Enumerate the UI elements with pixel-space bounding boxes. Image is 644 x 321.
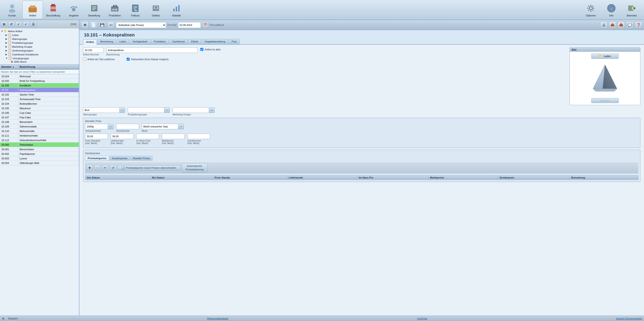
- preis-standard-input[interactable]: [85, 134, 108, 139]
- tree-item-cashassist[interactable]: ▶ 📋 CashAssist Schablonen: [1, 52, 78, 56]
- toolbar-btn-info[interactable]: i Info: [601, 1, 622, 19]
- filter-row[interactable]: Klicken Sie hier um einen Filter zu best…: [0, 69, 79, 74]
- warengruppe-browse-btn[interactable]: ⋯: [120, 107, 125, 113]
- sonder-col-bis-datum[interactable]: Bis Datum: [150, 175, 213, 180]
- checkbox-titel[interactable]: [83, 58, 86, 61]
- marketing-gruppe-browse-btn[interactable]: ⋯: [209, 107, 214, 113]
- mwst-input[interactable]: [142, 124, 178, 129]
- tab-artikel[interactable]: Artikel: [83, 39, 97, 45]
- checkbox-aktiv[interactable]: [200, 48, 203, 51]
- sonder-refresh-btn[interactable]: ↺: [110, 165, 116, 171]
- list-row[interactable]: 10.110 Mohnschnitte: [0, 129, 79, 133]
- bild-loeschen-btn[interactable]: Löschen: [591, 98, 619, 103]
- list-scroll[interactable]: 10.024 Mohnzopf 10.025 Brötli für Fertig…: [0, 74, 79, 316]
- sonder-col-lieferkunde[interactable]: Lieferkunde: [287, 175, 357, 180]
- toolbar-btn-optionen[interactable]: Optionen: [580, 1, 601, 19]
- marktpreise-input[interactable]: [162, 134, 184, 139]
- sonder-add-btn[interactable]: ✚: [86, 165, 93, 171]
- tree-item-umsatzgruppe[interactable]: ▼ 📋 Umsatzgruppe: [1, 56, 78, 60]
- tab-cashassist[interactable]: CashAssist: [169, 39, 188, 44]
- tree-expand-warengruppe[interactable]: ▶: [6, 38, 7, 40]
- left-tb-filter[interactable]: ☰: [30, 21, 36, 27]
- sonder-col-bemerkung[interactable]: Bemerkung: [570, 175, 638, 180]
- list-row[interactable]: 10.103 Schwarzwald Torte: [0, 97, 79, 101]
- tree-expand-sortiment[interactable]: ▶: [6, 49, 7, 52]
- form-btn-copy[interactable]: 📄: [90, 21, 97, 29]
- toolbar-btn-artikel[interactable]: Artikel: [22, 1, 43, 19]
- produktionsgruppe-browse-btn[interactable]: ⋯: [164, 107, 170, 113]
- tree-expand-listen[interactable]: ▶: [6, 34, 7, 36]
- tree-item-produktionsgruppe[interactable]: ▶ 📋 Produktionsgruppe: [1, 41, 78, 45]
- list-row-green-fleischware[interactable]: 20.000 Fleischware: [0, 142, 79, 147]
- sonder-auto-btn[interactable]: AutomatischePreisanpassung: [182, 163, 208, 173]
- list-row[interactable]: 10.105 Macaroon: [0, 106, 79, 111]
- toolbar-btn-beenden[interactable]: Beenden: [622, 1, 642, 19]
- sonder-remove-btn[interactable]: −: [94, 165, 101, 171]
- list-row[interactable]: 10.109 Sahnenroulade: [0, 124, 79, 129]
- tab-post[interactable]: Post: [229, 39, 240, 44]
- tree-item-sortiment[interactable]: ▶ 📋 Sortimentsgruppen: [1, 48, 78, 52]
- col-header-bezeichnung[interactable]: Bezeichnung: [18, 64, 79, 69]
- col-header-nummer[interactable]: Nummer ▲: [0, 64, 18, 69]
- tree-expand-produktionsgruppe[interactable]: ▶: [6, 41, 7, 44]
- form-btn-export[interactable]: 📤: [609, 21, 616, 29]
- link-support[interactable]: Support Screenconnect: [616, 317, 642, 320]
- form-dropdown[interactable]: Artikelliste (alle Preise): [116, 22, 166, 28]
- artikel-nummer-input[interactable]: [83, 47, 104, 53]
- list-row[interactable]: 20.003 Lyoner: [0, 156, 79, 161]
- sonder-tab-reseller[interactable]: Reseller Preise: [130, 156, 152, 160]
- tab-produktion[interactable]: Produktion: [151, 39, 169, 44]
- form-btn-help[interactable]: ❓: [635, 21, 642, 29]
- list-row[interactable]: 20.002 Paprikalyoner: [0, 152, 79, 156]
- tab-verfuegbarkeit[interactable]: Verfügbarkeit: [130, 39, 150, 44]
- sonder-tab-preiskategorien[interactable]: Preiskategorien: [85, 156, 109, 160]
- sonder-col-marktpreise[interactable]: Marktpreise: [428, 175, 498, 180]
- tab-bemerkung[interactable]: Bemerkung: [97, 39, 116, 44]
- toolbar-btn-faktura[interactable]: Faktura: [125, 1, 146, 19]
- tab-listen[interactable]: Listen: [116, 39, 129, 44]
- toolbar-btn-beschaffung[interactable]: Beschaffung: [43, 1, 64, 19]
- tab-etikett[interactable]: Etikett: [188, 39, 201, 44]
- sonder-col-sonderpreis[interactable]: Sonderpreis: [498, 175, 570, 180]
- toolbar-btn-angebot[interactable]: Angebot: [64, 1, 84, 19]
- left-tb-check1[interactable]: ✓: [16, 21, 22, 27]
- form-btn-print[interactable]: 🖨: [600, 21, 608, 29]
- form-btn-undo[interactable]: ↩: [107, 21, 114, 29]
- marketing-gruppe-input[interactable]: [172, 107, 209, 113]
- verkaufseinheit-browse-btn[interactable]: ⋯: [108, 124, 114, 129]
- form-cal-btn[interactable]: 📅: [202, 22, 208, 28]
- form-btn-save[interactable]: 💾: [98, 21, 106, 29]
- form-btn-import[interactable]: 📥: [618, 21, 625, 29]
- toolbar-btn-debitor[interactable]: Debitor: [146, 1, 166, 19]
- list-row[interactable]: 10.104 Butterplåtzchen: [0, 101, 79, 106]
- checkbox-netto[interactable]: [127, 58, 130, 61]
- verkaufseinheit-input[interactable]: [85, 124, 108, 129]
- list-row[interactable]: 10.108 Bienenstich: [0, 120, 79, 124]
- list-row-selected-kokospralinen[interactable]: 10.101 Kokospralinen: [0, 88, 79, 92]
- list-row[interactable]: 10.112 Holunderbeerenschnitte: [0, 138, 79, 142]
- mwst-browse-btn[interactable]: ⋯: [178, 124, 184, 129]
- tree-item-warengruppe[interactable]: ▶ 📋 Warengruppe: [1, 37, 78, 41]
- sonderpreise-preis-input[interactable]: [187, 134, 210, 139]
- artikel-bezeichnung-input[interactable]: [106, 47, 198, 53]
- form-btn-chat[interactable]: 💬: [626, 21, 634, 29]
- stueck-einheit-input[interactable]: [116, 124, 139, 129]
- tab-vorgabebestellung[interactable]: Vorgabebestellung: [202, 39, 228, 44]
- sonder-tab-kundenpreise[interactable]: Kundenpreise: [110, 156, 130, 160]
- toolbar-btn-produktion[interactable]: Produktion: [104, 1, 125, 19]
- tree-expand-marketing[interactable]: ▶: [6, 45, 7, 48]
- form-date-input[interactable]: [178, 22, 201, 28]
- tree-item-wurst[interactable]: 1800 Wurst: [1, 60, 78, 63]
- list-row[interactable]: 10.025 Brötli für Fertigstellung: [0, 79, 79, 83]
- list-row[interactable]: 10.102 Sacher-Torte: [0, 92, 79, 97]
- list-row[interactable]: 10.111 Himbeerschnitte: [0, 133, 79, 138]
- left-tb-grid[interactable]: ⊞: [1, 21, 7, 27]
- produktionsgruppe-input[interactable]: [128, 107, 164, 113]
- warengruppe-input[interactable]: [83, 107, 120, 113]
- tree-item-listen[interactable]: ▶ 📋 Listen: [1, 33, 78, 37]
- list-row[interactable]: 20.004 Oldenburger Mett: [0, 161, 79, 165]
- left-tb-check2[interactable]: ✓: [23, 21, 29, 27]
- sonder-ueberschreiben-btn[interactable]: 🔄 Preiskategorien neuer Preisen überschr…: [118, 165, 180, 171]
- tree-expand-cashassist[interactable]: ▶: [6, 53, 7, 56]
- list-row[interactable]: 10.024 Mohnzopf: [0, 74, 79, 79]
